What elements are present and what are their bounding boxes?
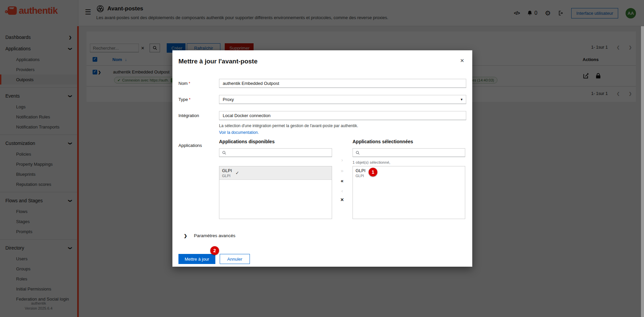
integration-field[interactable] — [219, 111, 466, 120]
item-check-icon: ✓ — [235, 170, 239, 175]
name-field[interactable] — [219, 79, 466, 88]
move-all-left-button[interactable]: « — [339, 178, 345, 183]
available-app-item[interactable]: GLPI GLPI ✓ — [219, 166, 332, 180]
available-apps-title: Applications disponibles — [219, 139, 275, 144]
advanced-settings-toggle[interactable]: ❯ Paramètres avancés — [184, 233, 235, 238]
required-marker: * — [189, 97, 191, 102]
annotation-step-1: 1 — [369, 168, 377, 176]
move-right-button[interactable]: › — [339, 157, 345, 163]
move-all-right-button[interactable]: » — [339, 168, 345, 173]
update-outpost-modal: Mettre à jour l'avant-poste ✕ Nom* Type*… — [172, 50, 472, 267]
search-icon — [356, 151, 360, 155]
selected-apps-title: Applications sélectionnées — [353, 139, 413, 144]
chevron-right-icon: ❯ — [184, 233, 187, 238]
selected-apps-search[interactable] — [353, 148, 465, 157]
modal-title: Mettre à jour l'avant-poste — [178, 58, 258, 65]
close-icon[interactable]: ✕ — [460, 58, 464, 64]
available-apps-search[interactable] — [219, 148, 332, 157]
search-icon — [222, 151, 226, 155]
name-label: Nom* — [178, 81, 190, 86]
scrollbar[interactable] — [641, 26, 644, 317]
update-button[interactable]: Mettre à jour — [178, 254, 215, 264]
caret-down-icon: ▾ — [461, 97, 463, 102]
remove-all-button[interactable]: ✕ — [339, 197, 345, 202]
applications-label: Applications — [178, 143, 202, 148]
documentation-link[interactable]: Voir la documentation. — [219, 130, 259, 135]
integration-help-text: La sélection d'une intégration permet la… — [219, 123, 358, 128]
type-selected-value: Proxy — [223, 97, 234, 102]
type-label: Type* — [178, 97, 191, 102]
available-apps-listbox: GLPI GLPI ✓ — [219, 166, 332, 219]
required-marker: * — [189, 81, 190, 86]
selected-count-note: 1 objet(s) sélectionné, — [353, 160, 390, 164]
annotation-step-2: 2 — [210, 246, 219, 255]
move-left-button[interactable]: ‹ — [339, 188, 345, 194]
type-select[interactable]: Proxy ▾ — [219, 95, 466, 104]
app-root: authentik Dashboards ❯ Applications ❯ Ap… — [0, 0, 644, 317]
cancel-button[interactable]: Annuler — [220, 254, 250, 264]
integration-label: Intégration — [178, 113, 199, 118]
